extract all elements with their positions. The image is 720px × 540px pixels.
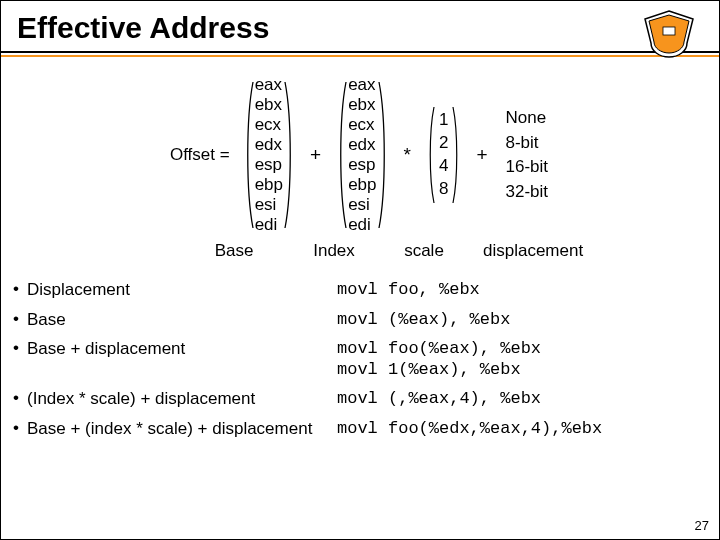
reg: ecx: [255, 115, 283, 135]
formula-labels: Base Index scale displacement: [1, 241, 719, 261]
reg: esp: [255, 155, 283, 175]
base-label: Base: [205, 241, 263, 261]
bullet-code: movl foo(%eax), %ebx movl 1(%eax), %ebx: [337, 338, 541, 381]
bullet-code: movl (,%eax,4), %ebx: [337, 388, 541, 409]
disp-label: displacement: [483, 241, 591, 261]
right-paren-icon: [378, 80, 388, 230]
scale-values: 1 2 4 8: [435, 109, 452, 201]
bullet-code: movl foo, %ebx: [337, 279, 480, 300]
reg: esi: [348, 195, 376, 215]
bullet-row: • Base + (index * scale) + displacement …: [1, 414, 719, 443]
bullet-desc: Base + displacement: [27, 338, 337, 359]
reg: eax: [255, 75, 283, 95]
scale: 2: [439, 132, 448, 155]
disp: 16-bit: [506, 155, 549, 180]
reg: edx: [255, 135, 283, 155]
left-paren-icon: [427, 105, 435, 205]
right-paren-icon: [452, 105, 460, 205]
reg: ebx: [348, 95, 376, 115]
bullet-desc: Displacement: [27, 279, 337, 300]
slide-title: Effective Address: [1, 1, 719, 51]
bullet-list: • Displacement movl foo, %ebx • Base mov…: [1, 275, 719, 443]
bullet-code: movl foo(%edx,%eax,4),%ebx: [337, 418, 602, 439]
bullet-row: • (Index * scale) + displacement movl (,…: [1, 384, 719, 413]
displacement-values: None 8-bit 16-bit 32-bit: [504, 106, 551, 205]
slide: Effective Address Offset = eax ebx ecx e…: [0, 0, 720, 540]
svg-rect-0: [663, 27, 675, 35]
divider-black: [1, 51, 719, 53]
base-group: eax ebx ecx edx esp ebp esi edi: [244, 75, 294, 235]
bullet-row: • Displacement movl foo, %ebx: [1, 275, 719, 304]
formula-row: Offset = eax ebx ecx edx esp ebp esi edi…: [1, 75, 719, 235]
plus-op-2: +: [474, 144, 489, 166]
bullet-icon: •: [13, 388, 27, 408]
bullet-row: • Base + displacement movl foo(%eax), %e…: [1, 334, 719, 385]
bullet-icon: •: [13, 309, 27, 329]
plus-op: +: [308, 144, 323, 166]
base-registers: eax ebx ecx edx esp ebp esi edi: [254, 75, 284, 235]
bullet-code: movl (%eax), %ebx: [337, 309, 510, 330]
page-number: 27: [695, 518, 709, 533]
scale: 1: [439, 109, 448, 132]
reg: edi: [348, 215, 376, 235]
reg: esp: [348, 155, 376, 175]
reg: ebx: [255, 95, 283, 115]
scale: 4: [439, 155, 448, 178]
scale: 8: [439, 178, 448, 201]
bullet-icon: •: [13, 338, 27, 358]
reg: ebp: [348, 175, 376, 195]
index-label: Index: [305, 241, 363, 261]
left-paren-icon: [337, 80, 347, 230]
reg: eax: [348, 75, 376, 95]
disp-group: None 8-bit 16-bit 32-bit: [504, 106, 551, 205]
disp: 32-bit: [506, 180, 549, 205]
reg: edx: [348, 135, 376, 155]
bullet-desc: Base + (index * scale) + displacement: [27, 418, 337, 439]
disp: None: [506, 106, 549, 131]
left-paren-icon: [244, 80, 254, 230]
divider-orange: [1, 55, 719, 57]
university-crest-icon: [641, 9, 697, 59]
reg: edi: [255, 215, 283, 235]
star-op: *: [402, 144, 413, 166]
reg: ebp: [255, 175, 283, 195]
bullet-desc: Base: [27, 309, 337, 330]
scale-label: scale: [401, 241, 447, 261]
index-registers: eax ebx ecx edx esp ebp esi edi: [347, 75, 377, 235]
reg: ecx: [348, 115, 376, 135]
disp: 8-bit: [506, 131, 549, 156]
index-group: eax ebx ecx edx esp ebp esi edi: [337, 75, 387, 235]
bullet-row: • Base movl (%eax), %ebx: [1, 305, 719, 334]
right-paren-icon: [284, 80, 294, 230]
reg: esi: [255, 195, 283, 215]
bullet-desc: (Index * scale) + displacement: [27, 388, 337, 409]
offset-label: Offset =: [170, 145, 230, 165]
bullet-icon: •: [13, 279, 27, 299]
bullet-icon: •: [13, 418, 27, 438]
scale-group: 1 2 4 8: [427, 105, 460, 205]
